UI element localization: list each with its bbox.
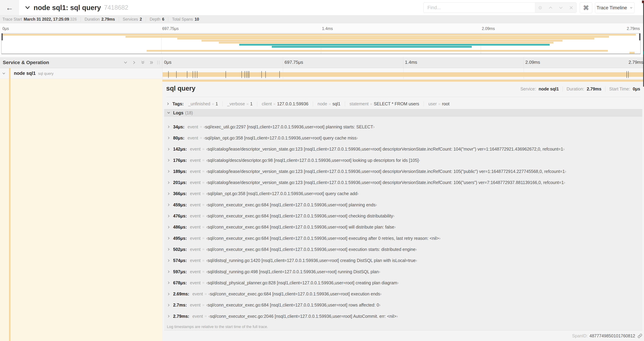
log-row[interactable]: 459μs: event = ‹sql/conn_executor_exec.g… [167,199,642,210]
log-field-name: event [190,202,200,207]
logs-title: Logs [173,110,184,115]
logs-list: 34μs: event = ‹sql/exec_util.go:2297 [ns… [164,116,642,330]
find-prev-chevron-up-icon[interactable] [548,5,553,10]
chevron-right-icon[interactable] [167,214,170,218]
log-row[interactable]: 574μs: event = ‹sql/distsql_running.go:1… [167,255,642,266]
chevron-right-icon[interactable] [167,159,170,162]
tag-key: user [428,101,437,106]
log-timestamp: 176μs: [173,158,187,163]
command-icon: ⌘ [583,4,589,11]
expand-one-chevron-right-icon[interactable] [132,61,136,65]
collapse-controls [124,57,154,68]
find-input[interactable] [424,3,535,13]
chevron-right-icon[interactable] [167,181,170,184]
chevron-right-icon[interactable] [167,192,170,195]
log-marker-tick [195,71,195,78]
trace-view-selector-button[interactable]: Trace Timeline [595,3,634,13]
log-field-name: event [192,291,203,296]
equals-sign: = [205,292,207,296]
equals-sign: = [202,225,204,229]
span-detail-header: sql query Service: node sql1 Duration: 2… [166,85,640,96]
minimap-right-scrubber-handle[interactable] [639,34,640,40]
log-row[interactable]: 597μs: event = ‹sql/distsql_running.go:4… [167,266,642,277]
span-row-name-cell[interactable]: node sql1sql query [0,68,162,79]
chevron-right-icon[interactable] [167,125,170,129]
link-icon[interactable] [638,333,642,338]
find-next-chevron-down-icon[interactable] [558,5,563,10]
chevron-right-icon[interactable] [167,147,170,151]
log-timestamp: 459μs: [173,202,187,207]
column-resize-handle[interactable] [157,61,160,65]
summary-value: 2 [140,17,142,22]
chevron-right-icon[interactable] [167,225,170,229]
log-row[interactable]: 142μs: event = ‹sql/catalog/lease/descri… [167,144,642,155]
logs-accordion-header[interactable]: Logs (18) [164,109,642,116]
clear-find-close-icon[interactable] [569,5,574,10]
log-row[interactable]: 495μs: event = ‹sql/conn_executor_exec.g… [167,233,642,244]
chevron-down-icon [630,6,633,10]
page-scrollbar[interactable] [643,2,644,87]
back-button[interactable]: ← [0,0,19,15]
jaeger-trace-page: ← node sql1: sql query 7418682 ⌘ Trace T… [0,0,644,341]
minimap-span-bar [202,40,562,42]
chevron-right-icon[interactable] [167,236,170,240]
keyboard-shortcuts-button[interactable]: ⌘ [580,3,592,13]
log-row[interactable]: 486μs: event = ‹sql/conn_executor_exec.g… [167,222,642,233]
tags-accordion-header[interactable]: Tags: _unfinished = 1 _verbose = 1 clien… [166,99,450,108]
minimap-span-bar [177,38,594,40]
log-row[interactable]: 678μs: event = ‹sql/distsql_physical_pla… [167,277,642,288]
log-row[interactable]: 34μs: event = ‹sql/exec_util.go:2297 [ns… [167,121,642,132]
locate-icon[interactable] [538,5,542,10]
chevron-right-icon[interactable] [167,136,170,140]
log-row[interactable]: 189μs: event = ‹sql/catalog/lease/descri… [167,166,642,177]
tag-key: client [262,101,272,106]
chevron-right-icon[interactable] [167,170,170,173]
span-duration-bar[interactable] [162,72,644,77]
chevron-right-icon[interactable] [167,248,170,251]
chevron-right-icon[interactable] [167,303,170,307]
chevron-right-icon[interactable] [167,270,170,273]
collapse-one-chevron-down-icon[interactable] [124,61,128,65]
timeline-axis-tick: 2.09ms [524,60,540,65]
expand-all-double-chevron-right-icon[interactable] [150,61,154,65]
log-row[interactable]: 476μs: event = ‹sql/conn_executor_exec.g… [167,210,642,221]
minimap-left-scrubber-handle[interactable] [2,34,3,40]
log-message: ‹sql/conn_executor_exec.go:684 [nsql1,cl… [206,236,440,241]
log-row[interactable]: 366μs: event = ‹sql/plan_opt.go:358 [nsq… [167,188,642,199]
collapse-trace-chevron-down-icon[interactable] [24,5,30,11]
chevron-right-icon[interactable] [167,292,170,296]
span-id-label: SpanID: [572,333,588,338]
chevron-right-icon[interactable] [167,259,170,262]
chevron-right-icon[interactable] [167,203,170,207]
log-timestamp: 2.79ms: [173,314,189,319]
log-marker-tick [246,71,246,78]
span-detail-title: sql query [166,85,196,92]
log-field-name: event [190,147,200,152]
log-timestamp: 597μs: [173,269,187,274]
minimap-axis: 0μs 697.75μs 1.4ms 2.09ms 2.79ms [2,24,640,33]
log-row[interactable]: 2.7ms: event = ‹sql/conn_executor_exec.g… [167,299,642,311]
service-operation-header: Service & Operation [0,57,162,68]
timeline-minimap[interactable] [2,33,640,54]
span-collapse-chevron-down-icon[interactable] [2,72,6,75]
chevron-right-icon[interactable] [167,281,170,284]
timeline-axis-tick: 697.75μs [283,60,303,65]
log-row[interactable]: 80μs: event = ‹sql/plan_opt.go:358 [nsql… [167,132,642,143]
minimap-span-bar [272,46,472,48]
log-row[interactable]: 2.69ms: event = ‹sql/conn_executor_exec.… [167,288,642,299]
log-field-name: event [192,314,203,319]
span-row-node-sql1[interactable]: node sql1sql query [0,68,644,79]
log-field-name: event [190,158,200,163]
chevron-right-icon[interactable] [167,314,170,318]
span-row-timeline-cell[interactable] [162,68,644,79]
log-row[interactable]: 502μs: event = ‹sql/conn_executor_exec.g… [167,244,642,255]
log-row[interactable]: 201μs: event = ‹sql/catalog/lease/descri… [167,177,642,188]
log-row[interactable]: 2.79ms: event = ‹sql/conn_executor_exec.… [167,311,642,322]
tag-value: sql1 [332,101,340,106]
summary-label: Depth [150,17,160,22]
tag-item: client = 127.0.0.1:59936 [257,101,308,106]
log-message: ‹sql/distsql_running.go:1420 [nsql1,clie… [206,258,417,263]
log-timestamp: 189μs: [173,169,187,174]
log-row[interactable]: 176μs: event = ‹sql/catalog/descs/descri… [167,155,642,166]
collapse-all-double-chevron-down-icon[interactable] [141,61,145,65]
